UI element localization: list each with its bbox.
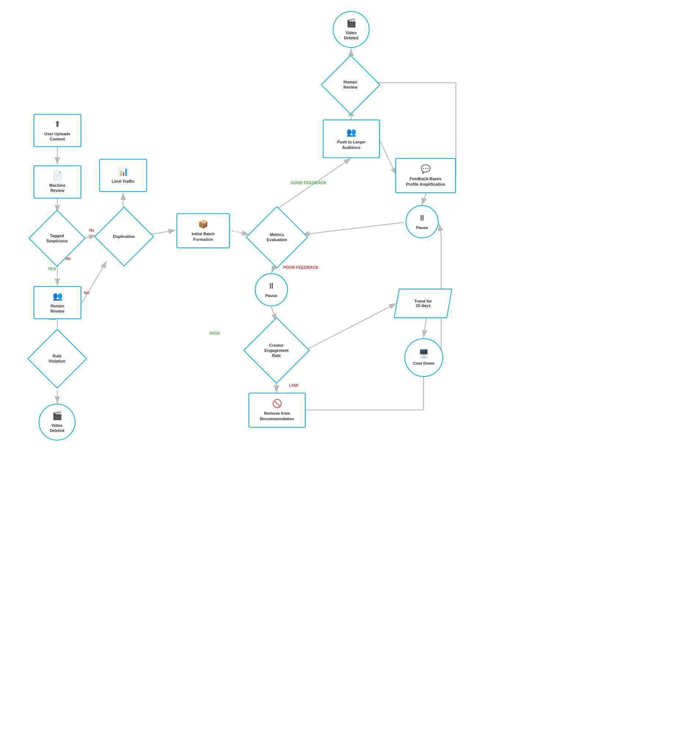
label-good-feedback: GOOD FEEDBACK bbox=[291, 180, 327, 185]
trend-10-label: Trend for10 days bbox=[414, 299, 432, 308]
label-no1: No bbox=[89, 228, 94, 232]
pause-right-icon: ⏸ bbox=[418, 213, 426, 223]
svg-line-10 bbox=[81, 261, 106, 303]
svg-line-15 bbox=[380, 140, 396, 175]
video-deleted-left-label: VideoDeleted bbox=[50, 423, 64, 433]
pause-low-label: Pause bbox=[266, 293, 277, 298]
human-review-left-icon: 👥 bbox=[53, 292, 62, 301]
label-yes1: YES bbox=[48, 267, 56, 271]
svg-line-9 bbox=[149, 230, 176, 234]
node-video-deleted-left: 🎬 VideoDeleted bbox=[39, 404, 75, 441]
node-pause-right: ⏸ Pause bbox=[406, 205, 439, 238]
svg-line-26 bbox=[439, 223, 441, 235]
node-tagged-suspicious: TaggedSuspicious bbox=[31, 212, 83, 264]
node-pause-low: ⏸ Pause bbox=[255, 273, 288, 306]
rule-violation-label: RuleViolation bbox=[41, 353, 73, 364]
label-high: HIGH bbox=[209, 331, 220, 335]
user-uploads-label: User Uploads Content bbox=[44, 131, 70, 142]
pause-right-label: Pause bbox=[416, 225, 428, 230]
video-deleted-top-label: VideoDeleted bbox=[344, 30, 358, 41]
flowchart-container: No No No YES YES GOOD FEEDBACK POOR FEED… bbox=[0, 0, 700, 753]
remove-recommendation-icon: 🚫 bbox=[272, 399, 282, 408]
initial-batch-icon: 📦 bbox=[198, 220, 208, 229]
label-poor-feedback: POOR FEEDBACK bbox=[283, 265, 319, 270]
svg-line-17 bbox=[302, 222, 404, 234]
feedback-profile-label: Feedback-BasesProfile Amplification bbox=[406, 176, 445, 187]
node-trend-10-days: Trend for10 days bbox=[396, 289, 450, 318]
cool-down-label: Cool Down bbox=[413, 361, 434, 366]
node-rule-violation: RuleViolation bbox=[30, 331, 84, 386]
node-human-review-top: HumanReview bbox=[323, 57, 378, 112]
node-initial-batch: 📦 Initial BatchFormation bbox=[177, 213, 230, 248]
node-metrics-eval: MetricsEvaluation bbox=[249, 209, 305, 265]
initial-batch-label: Initial BatchFormation bbox=[192, 231, 214, 242]
push-larger-label: Push to LargerAudience bbox=[337, 139, 366, 150]
node-machine-review: 📄 MachineReview bbox=[33, 166, 81, 198]
human-review-left-label: HumanReview bbox=[50, 303, 64, 314]
human-review-top-label: HumanReview bbox=[334, 80, 367, 90]
node-feedback-profile: 💬 Feedback-BasesProfile Amplification bbox=[395, 158, 456, 193]
tagged-suspicious-label: TaggedSuspicious bbox=[41, 233, 73, 244]
label-low: LOW bbox=[289, 383, 298, 387]
upload-icon: ⬆ bbox=[54, 119, 61, 129]
svg-line-22 bbox=[423, 318, 427, 337]
duplication-label: Duplication bbox=[107, 234, 141, 239]
node-user-uploads: ⬆ User Uploads Content bbox=[33, 114, 81, 147]
push-larger-icon: 👥 bbox=[346, 128, 356, 137]
node-video-deleted-top: 🎬 VideoDeleted bbox=[333, 11, 369, 48]
svg-line-16 bbox=[422, 193, 427, 205]
limit-traffic-icon: 📊 bbox=[119, 167, 128, 177]
metrics-eval-label: MetricsEvaluation bbox=[260, 232, 294, 243]
svg-line-11 bbox=[229, 230, 249, 234]
cool-down-icon: 🖥️ bbox=[419, 349, 429, 358]
machine-review-label: MachineReview bbox=[49, 183, 66, 194]
node-human-review-left: 👥 HumanReview bbox=[33, 286, 81, 319]
remove-recommendation-label: Remove fromRecommendation bbox=[260, 411, 294, 421]
label-no3: No bbox=[84, 291, 89, 295]
node-duplication: Duplication bbox=[96, 209, 152, 264]
feedback-profile-icon: 💬 bbox=[420, 164, 431, 174]
creator-engagement-label: CreatorEngagementRate bbox=[260, 343, 293, 358]
video-deleted-left-icon: 🎬 bbox=[52, 411, 62, 420]
pause-low-icon: ⏸ bbox=[267, 281, 275, 291]
svg-line-21 bbox=[306, 303, 396, 350]
limit-traffic-label: Limit Traffic bbox=[112, 179, 134, 184]
node-creator-engagement: CreatorEngagementRate bbox=[247, 321, 306, 380]
node-limit-traffic: 📊 Limit Traffic bbox=[99, 159, 147, 192]
node-cool-down: 🖥️ Cool Down bbox=[405, 338, 443, 377]
machine-icon: 📄 bbox=[53, 171, 62, 181]
video-deleted-top-icon: 🎬 bbox=[346, 19, 356, 28]
node-push-larger: 👥 Push to LargerAudience bbox=[323, 119, 380, 158]
node-remove-recommendation: 🚫 Remove fromRecommendation bbox=[248, 393, 306, 428]
